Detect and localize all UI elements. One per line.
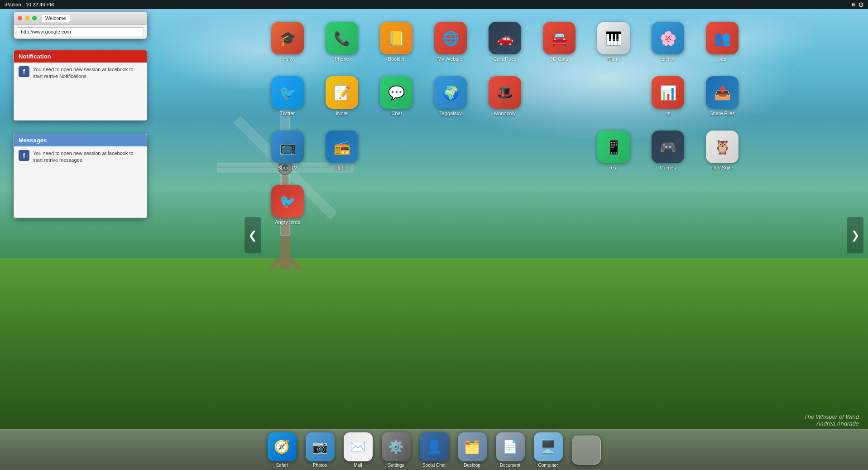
dock-label-computer: Computer bbox=[538, 463, 558, 468]
app-img-angrybirds: 🐦 bbox=[271, 185, 304, 218]
app-icon-booklet[interactable]: 📒 Booklet bbox=[371, 14, 421, 63]
app-icon-picnik[interactable]: 🌸 picnik bbox=[643, 14, 693, 63]
messages-header: Messages bbox=[14, 134, 147, 146]
app-icon-twitter[interactable]: 🐦 Twitter bbox=[263, 68, 312, 118]
browser-url-bar[interactable]: http://www.google.com bbox=[17, 27, 144, 36]
app-img-carsrace: 🚗 bbox=[489, 22, 521, 54]
app-label-phone: Phone bbox=[335, 56, 349, 62]
dock-item-socialchat[interactable]: 👤 Social Chat bbox=[420, 432, 449, 468]
dock-item-settings[interactable]: ⚙️ Settings bbox=[382, 432, 411, 468]
app-img-inote: 📝 bbox=[326, 76, 358, 109]
app-icon-empty6 bbox=[534, 122, 584, 172]
notification-header: Notification bbox=[14, 50, 147, 63]
app-label-university: ersity bbox=[282, 56, 293, 62]
app-icon-games[interactable]: 🎮 Games bbox=[643, 122, 693, 172]
dock-item-safari[interactable]: 🧭 Safari bbox=[268, 432, 297, 468]
messages-text: You need to open new session at facebook… bbox=[33, 150, 142, 164]
app-label-sporttv: Sport TV bbox=[278, 165, 297, 170]
notification-text: You need to open new session at facebook… bbox=[33, 66, 142, 80]
notification-body: f You need to open new session at facebo… bbox=[14, 63, 147, 84]
app-img-taggalaxy: 🌍 bbox=[434, 76, 467, 109]
app-icon-empty8 bbox=[371, 177, 421, 227]
nav-left-arrow[interactable]: ❮ bbox=[245, 217, 261, 253]
notification-box: Notification f You need to open new sess… bbox=[14, 50, 147, 121]
dock-icon-photos: 📷 bbox=[306, 432, 335, 461]
app-icon-unknown[interactable]: 📊 cs bbox=[643, 68, 693, 118]
app-icon-inote[interactable]: 📝 iNote bbox=[317, 68, 367, 118]
dock-icon-settings: ⚙️ bbox=[382, 432, 411, 461]
app-img-sporttv: 📺 bbox=[271, 131, 304, 163]
app-icon-hootsuite[interactable]: 🦉 HootSuite bbox=[697, 122, 747, 172]
app-icon-sporttv[interactable]: 📺 Sport TV bbox=[263, 122, 312, 172]
dock-icon-socialchat: 👤 bbox=[420, 432, 449, 461]
dock-label-desktop: Desktop bbox=[464, 463, 480, 468]
close-button[interactable] bbox=[18, 16, 22, 20]
watermark-line2: Andrea Andrade bbox=[804, 420, 859, 427]
monitor-icon: 🖥 bbox=[851, 2, 856, 7]
dock-item-mail[interactable]: ✉️ Mail bbox=[344, 432, 373, 468]
notification-empty-area bbox=[14, 84, 147, 120]
nav-right-arrow[interactable]: ❯ bbox=[847, 217, 863, 253]
app-icon-monopoly[interactable]: 🎩 Monopoly bbox=[480, 68, 530, 118]
dock-item-blank bbox=[572, 436, 601, 465]
app-icon-mywebsite[interactable]: 🌐 My Website bbox=[426, 14, 475, 63]
minimize-button[interactable] bbox=[25, 16, 29, 20]
app-icon-piano[interactable]: 🎹 Piano bbox=[589, 14, 638, 63]
app-img-radio: 📻 bbox=[326, 131, 358, 163]
dock-icon-safari: 🧭 bbox=[268, 432, 297, 461]
app-img-hootsuite: 🦉 bbox=[706, 131, 739, 163]
dock-icon-computer: 🖥️ bbox=[534, 432, 563, 461]
browser-titlebar: Welcome bbox=[14, 12, 147, 25]
messages-box: Messages f You need to open new session … bbox=[14, 134, 147, 218]
app-img-phone: 📞 bbox=[326, 22, 358, 54]
app-label-unknown: cs bbox=[666, 111, 671, 116]
app-label-3dcars: 3D Cars bbox=[550, 56, 568, 62]
app-icon-university[interactable]: 🎓 ersity bbox=[263, 14, 312, 63]
app-img-sharefiles: 📤 bbox=[706, 76, 739, 109]
app-label-angrybirds: Angry birds bbox=[275, 219, 300, 225]
app-icon-phone[interactable]: 📞 Phone bbox=[317, 14, 367, 63]
app-label-taggalaxy: Taggalaxy bbox=[439, 111, 462, 116]
app-icon-radio[interactable]: 📻 Radio bbox=[317, 122, 367, 172]
app-grid: 🎓 ersity 📞 Phone 📒 Booklet 🌐 My Website … bbox=[263, 14, 845, 227]
app-img-twitter: 🐦 bbox=[271, 76, 304, 109]
maximize-button[interactable] bbox=[32, 16, 37, 20]
messages-empty-area bbox=[14, 168, 147, 218]
app-icon-taggalaxy[interactable]: 🌍 Taggalaxy bbox=[426, 68, 475, 118]
dock-label-settings: Settings bbox=[388, 463, 404, 468]
app-img-3dcars: 🚘 bbox=[543, 22, 575, 54]
app-label-piano: Piano bbox=[607, 56, 620, 62]
app-icon-group[interactable]: 👥 oup bbox=[697, 14, 747, 63]
app-icon-empty10 bbox=[480, 177, 530, 227]
app-img-picnik: 🌸 bbox=[652, 22, 684, 54]
dock-item-photos[interactable]: 📷 Photos bbox=[306, 432, 335, 468]
app-label-sharefiles: Share Files bbox=[710, 111, 735, 116]
dock-item-desktop[interactable]: 🗂️ Desktop bbox=[458, 432, 487, 468]
dock-label-socialchat: Social Chat bbox=[422, 463, 446, 468]
browser-tab[interactable]: Welcome bbox=[41, 14, 70, 22]
dock-icon-document: 📄 bbox=[496, 432, 525, 461]
dock-item-computer[interactable]: 🖥️ Computer bbox=[534, 432, 563, 468]
watermark: The Whisper of Wind Andrea Andrade bbox=[804, 413, 859, 427]
app-img-piano: 🎹 bbox=[597, 22, 630, 54]
app-img-unknown2: 📱 bbox=[597, 131, 630, 163]
facebook-icon: f bbox=[19, 66, 29, 77]
app-img-monopoly: 🎩 bbox=[489, 76, 521, 109]
app-icon-empty1 bbox=[534, 68, 584, 118]
dock-item-document[interactable]: 📄 Document bbox=[496, 432, 525, 468]
dock: 🧭 Safari 📷 Photos ✉️ Mail ⚙️ Settings 👤 … bbox=[0, 429, 868, 470]
app-icon-unknown2[interactable]: 📱 es bbox=[589, 122, 638, 172]
app-icon-angrybirds[interactable]: 🐦 Angry birds bbox=[263, 177, 312, 227]
app-icon-carsrace[interactable]: 🚗 Cars Race bbox=[480, 14, 530, 63]
app-name: iPadian bbox=[5, 2, 21, 7]
app-icon-3dcars[interactable]: 🚘 3D Cars bbox=[534, 14, 584, 63]
app-img-group: 👥 bbox=[706, 22, 739, 54]
app-img-unknown: 📊 bbox=[652, 76, 684, 109]
app-icon-sharefiles[interactable]: 📤 Share Files bbox=[697, 68, 747, 118]
app-icon-empty9 bbox=[426, 177, 475, 227]
dock-label-document: Document bbox=[500, 463, 521, 468]
app-label-hootsuite: HootSuite bbox=[711, 165, 733, 170]
watermark-line1: The Whisper of Wind bbox=[804, 413, 859, 420]
dock-icon-blank bbox=[572, 436, 601, 465]
app-icon-ichat[interactable]: 💬 iChat bbox=[371, 68, 421, 118]
